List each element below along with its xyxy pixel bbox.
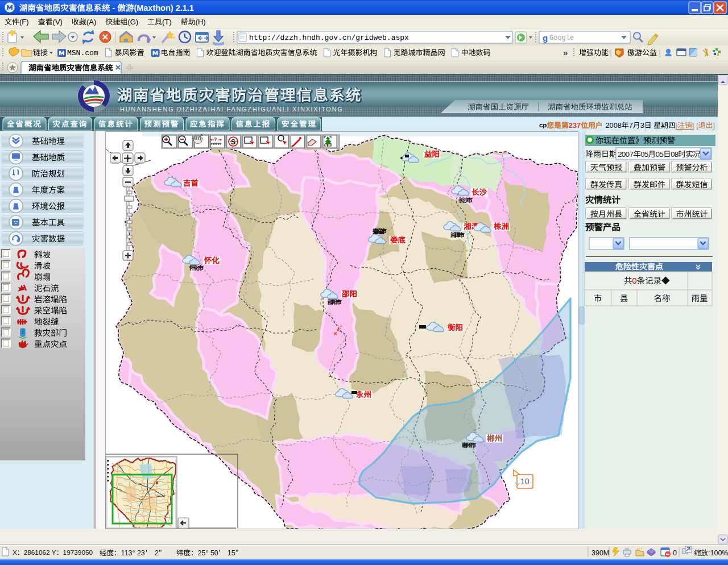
- svg-text:-: -: [110, 3, 118, 13]
- svg-text:2: 2: [152, 549, 158, 557]
- svg-text:MSN.com: MSN.com: [67, 49, 98, 57]
- svg-text:3: 3: [640, 121, 644, 130]
- svg-text:25° 50: 25° 50: [198, 549, 218, 557]
- svg-text:cp: cp: [539, 122, 547, 128]
- svg-text:19739050: 19739050: [63, 549, 93, 556]
- svg-text:]: ]: [713, 121, 715, 130]
- svg-text:390M: 390M: [592, 549, 609, 557]
- svg-text:0: 0: [632, 276, 637, 285]
- svg-text:Google: Google: [549, 34, 574, 42]
- svg-text:05: 05: [640, 150, 648, 159]
- svg-text:HUNANSHENG DIZHIZAIHAI FANGZHI: HUNANSHENG DIZHIZAIHAI FANGZHIGUANLI XIN…: [120, 106, 344, 113]
- svg-text:0: 0: [673, 549, 677, 557]
- svg-text:05: 05: [655, 150, 663, 159]
- svg-text:[: [: [676, 121, 678, 130]
- svg-text:(Maxthon) 2.1.1: (Maxthon) 2.1.1: [134, 3, 194, 13]
- svg-text:113° 23: 113° 23: [121, 549, 145, 557]
- svg-text:(F): (F): [19, 18, 29, 26]
- svg-text:2007: 2007: [618, 150, 633, 159]
- svg-text:?: ?: [214, 136, 217, 142]
- svg-text:(A): (A): [86, 18, 96, 26]
- svg-text:237: 237: [569, 121, 581, 130]
- svg-text:http://dzzh.hndh.gov.cn/gridwe: http://dzzh.hndh.gov.cn/gridweb.aspx: [249, 34, 409, 42]
- svg-text:S: S: [231, 138, 235, 146]
- svg-text:(T): (T): [162, 18, 172, 26]
- svg-text:15: 15: [225, 549, 235, 557]
- svg-text::100%: :100%: [708, 549, 728, 557]
- svg-text:10: 10: [520, 477, 530, 486]
- svg-text:(G): (G): [127, 18, 138, 26]
- svg-text:2008: 2008: [606, 121, 622, 130]
- svg-text:»: »: [563, 48, 568, 57]
- svg-text:g: g: [543, 33, 548, 43]
- svg-text:(H): (H): [196, 18, 206, 26]
- svg-text:2861062 Y: 2861062 Y: [24, 549, 56, 556]
- svg-text:]: ]: [692, 121, 694, 130]
- svg-text:7: 7: [629, 121, 633, 130]
- svg-text:X: X: [13, 549, 17, 556]
- svg-text:(V): (V): [53, 18, 63, 26]
- svg-text:[: [: [696, 121, 698, 130]
- svg-text:08: 08: [671, 150, 679, 159]
